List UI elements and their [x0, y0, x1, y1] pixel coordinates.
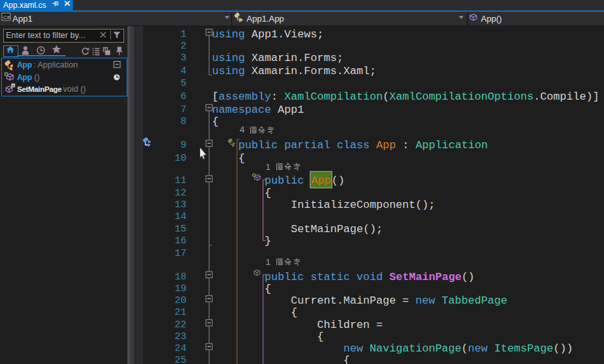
svg-text:S: S [12, 84, 14, 88]
svg-text:C#: C# [3, 14, 11, 20]
